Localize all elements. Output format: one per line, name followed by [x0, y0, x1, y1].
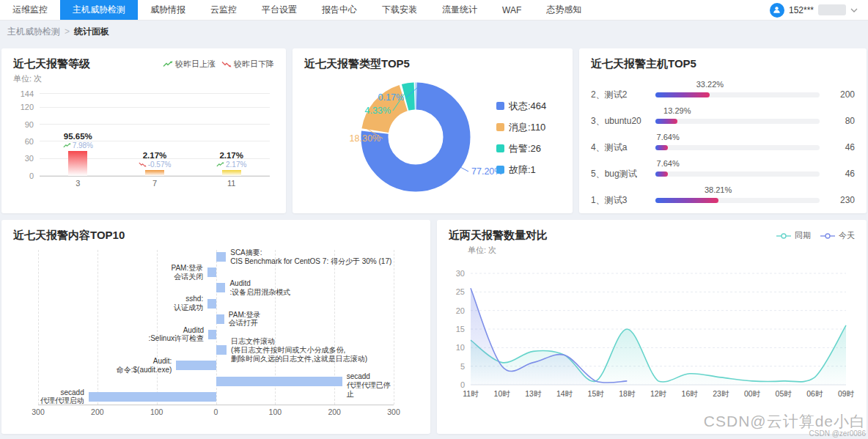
- host-row: 5、bug测试 7.64% 46: [591, 161, 855, 187]
- breadcrumb-parent[interactable]: 主机威胁检测: [7, 26, 60, 38]
- svg-text:0: 0: [460, 380, 465, 389]
- nav-item-waf[interactable]: WAF: [490, 0, 534, 20]
- host-row: 3、ubuntu20 13.29% 80: [591, 108, 855, 134]
- chevron-down-icon: [850, 8, 858, 12]
- breadcrumb: 主机威胁检测 > 统计面板: [0, 21, 868, 43]
- svg-text:5: 5: [460, 362, 465, 371]
- panel-title-alarm-compare: 近两天报警数量对比: [449, 229, 548, 243]
- legend-label[interactable]: 故障:1: [509, 164, 536, 175]
- svg-text:15: 15: [456, 325, 465, 333]
- svg-text:13时: 13时: [525, 389, 542, 398]
- alarm-level-legend: 较昨日上涨 较昨日下降: [163, 59, 274, 70]
- compare-legend: 同期 今天: [776, 230, 855, 241]
- bar-group: 2.17% -0.57%: [117, 95, 194, 176]
- legend-item[interactable]: 同期: [776, 230, 811, 241]
- breadcrumb-current: 统计面板: [74, 26, 109, 38]
- bar: [216, 314, 224, 324]
- svg-text:4.33%: 4.33%: [365, 106, 391, 116]
- user-avatar-icon: [770, 3, 784, 18]
- svg-text:10: 10: [456, 343, 465, 352]
- redacted-user-info: [818, 4, 846, 15]
- bar: [222, 170, 241, 176]
- panel-title-alarm-type: 近七天报警类型TOP5: [304, 57, 410, 71]
- nav-item-ops-monitor[interactable]: 运维监控: [0, 0, 60, 20]
- legend-up: 较昨日上涨: [163, 59, 216, 70]
- host-bar: [655, 145, 668, 150]
- host-bar: [655, 171, 668, 177]
- bar-group: 2.17% 2.17%: [193, 95, 270, 176]
- host-row: 1、测试3 38.21% 230: [591, 187, 855, 213]
- host-bar: [655, 198, 718, 203]
- alarm-content-chart: SCA摘要: CIS Benchmark for CentOS 7: 得分少于 …: [13, 250, 419, 417]
- trend-up-icon: [163, 61, 173, 67]
- host-bar: [655, 119, 677, 124]
- alarm-type-donut-chart: 0.17% 4.33% 18.30% 77.20% 状态:464 消息:110 …: [304, 73, 561, 199]
- breadcrumb-separator: >: [65, 26, 70, 37]
- dashboard-content: 近七天报警等级 较昨日上涨 较昨日下降 单位: 次 0306090120144: [0, 43, 868, 434]
- nav-item-report-center[interactable]: 报告中心: [309, 0, 369, 20]
- svg-text:12时: 12时: [650, 389, 667, 398]
- alarm-level-chart: 0306090120144 95.65% 7.98% 2.17% -0.57% …: [13, 95, 274, 188]
- bar: [207, 268, 216, 277]
- svg-text:09时: 09时: [838, 389, 855, 398]
- host-row: 2、测试2 33.22% 200: [591, 81, 855, 108]
- legend-item[interactable]: 今天: [820, 230, 855, 241]
- bar: [145, 170, 164, 176]
- legend-down: 较昨日下降: [221, 59, 274, 70]
- top-nav: 运维监控 主机威胁检测 威胁情报 云监控 平台设置 报告中心 下载安装 流量统计…: [0, 0, 868, 21]
- alarm-host-chart: 2、测试2 33.22% 200 3、ubuntu20 13.29% 80 4、…: [591, 81, 855, 213]
- svg-text:25: 25: [456, 287, 465, 296]
- bar: [207, 299, 216, 309]
- svg-text:06时: 06时: [806, 389, 823, 398]
- svg-text:20: 20: [456, 306, 465, 315]
- svg-text:15时: 15时: [588, 389, 605, 398]
- svg-text:0.17%: 0.17%: [378, 92, 404, 103]
- nav-item-situation-awareness[interactable]: 态势感知: [534, 0, 594, 20]
- legend-label[interactable]: 消息:110: [509, 122, 545, 133]
- legend-label[interactable]: 告警:26: [509, 143, 541, 154]
- bar: [216, 345, 227, 355]
- nav-item-download-install[interactable]: 下载安装: [369, 0, 430, 20]
- legend-swatch[interactable]: [496, 166, 504, 174]
- svg-text:10时: 10时: [494, 389, 511, 398]
- host-bar: [655, 92, 710, 97]
- panel-alarm-compare: 近两天报警数量对比 同期 今天 单位: 次 051015202530 11时10…: [437, 220, 867, 434]
- bar: [208, 330, 216, 339]
- alarm-compare-chart: 051015202530 11时10时13时14时15时18时12时16时23时…: [449, 260, 855, 413]
- bar-group: 95.65% 7.98%: [40, 95, 117, 176]
- svg-text:18时: 18时: [619, 389, 636, 398]
- svg-text:11时: 11时: [463, 389, 479, 398]
- legend-swatch[interactable]: [496, 102, 504, 110]
- nav-item-platform-settings[interactable]: 平台设置: [249, 0, 309, 20]
- legend-label[interactable]: 状态:464: [508, 100, 546, 111]
- bar: [216, 252, 227, 262]
- panel-title-alarm-content: 近七天报警内容TOP10: [13, 229, 125, 243]
- nav-item-host-threat[interactable]: 主机威胁检测: [60, 0, 138, 20]
- bar: [216, 377, 342, 386]
- dashboard-page: 运维监控 主机威胁检测 威胁情报 云监控 平台设置 报告中心 下载安装 流量统计…: [0, 0, 868, 439]
- bar: [216, 283, 226, 292]
- panel-title-alarm-level: 近七天报警等级: [13, 57, 90, 71]
- panel-alarm-level: 近七天报警等级 较昨日上涨 较昨日下降 单位: 次 0306090120144: [1, 48, 286, 213]
- trend-down-icon: [221, 61, 232, 67]
- bar: [68, 151, 87, 176]
- user-menu[interactable]: 152***: [770, 0, 868, 20]
- svg-text:18.30%: 18.30%: [350, 133, 380, 144]
- nav-item-cloud-monitor[interactable]: 云监控: [198, 0, 249, 20]
- host-row: 4、测试a 7.64% 46: [591, 134, 855, 161]
- legend-swatch[interactable]: [496, 144, 504, 152]
- svg-text:05时: 05时: [776, 389, 792, 398]
- panel-alarm-type: 近七天报警类型TOP5 0.17% 4.33% 18.30% 77.20% 状态…: [293, 48, 573, 213]
- nav-tabs: 运维监控 主机威胁检测 威胁情报 云监控 平台设置 报告中心 下载安装 流量统计…: [0, 0, 594, 20]
- svg-text:16时: 16时: [682, 389, 699, 398]
- nav-item-traffic-stats[interactable]: 流量统计: [430, 0, 490, 20]
- bar: [176, 361, 216, 370]
- bar: [89, 392, 216, 402]
- svg-text:00时: 00时: [744, 389, 761, 398]
- legend-swatch[interactable]: [496, 123, 504, 131]
- nav-item-threat-intel[interactable]: 威胁情报: [138, 0, 198, 20]
- svg-text:30: 30: [456, 269, 465, 278]
- unit-label: 单位: 次: [468, 245, 855, 256]
- panel-title-alarm-host: 近七天报警主机TOP5: [591, 57, 696, 71]
- panel-alarm-host: 近七天报警主机TOP5 2、测试2 33.22% 200 3、ubuntu20 …: [579, 48, 867, 213]
